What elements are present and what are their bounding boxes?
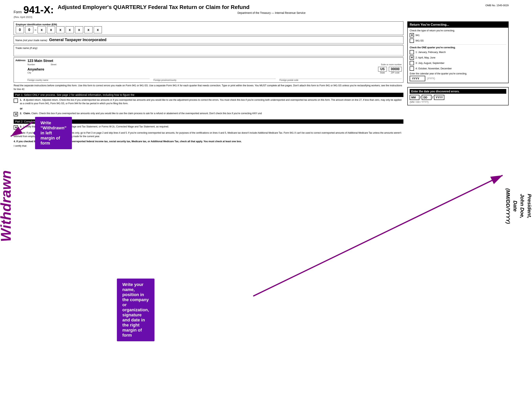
yyyy-hint: (YYYY) xyxy=(427,77,435,80)
q3-item: 3: July, August, September xyxy=(410,61,506,65)
item1-desc: djusted return. xyxy=(26,99,41,101)
tooltip-withdrawn: Write "Withdrawn" in left margin of form xyxy=(35,117,72,149)
withdrawn-watermark: Withdrawn xyxy=(0,170,14,242)
part2-item3: 3. I certify that I've filed or will fil… xyxy=(14,125,403,130)
tooltip-right-margin: Write your name, position in the company… xyxy=(117,278,154,341)
right-column: Return You're Correcting... Check the ty… xyxy=(407,21,509,408)
return-box: Return You're Correcting... Check the ty… xyxy=(407,21,509,83)
ein-digit-5[interactable]: x xyxy=(56,26,65,33)
zip-label: ZIP code xyxy=(391,71,399,74)
ein-label: Employer identification number (EIN) xyxy=(16,23,401,26)
date-hint: (MM / DD / YYYY) xyxy=(410,101,506,104)
q1-label: 1: January, February, March xyxy=(416,51,446,54)
two-column-layout: Employer identification number (EIN) 0 0… xyxy=(14,21,509,408)
return-941ss-checkbox[interactable] xyxy=(410,38,414,43)
city-value[interactable]: Anywhere xyxy=(28,67,376,71)
form-title: Adjusted Employer's QUARTERLY Federal Ta… xyxy=(58,4,485,10)
return-941-label: 941 xyxy=(416,34,420,37)
part2-header: Part 2: Complete the certifications. xyxy=(14,119,403,124)
ein-dash: – xyxy=(35,28,37,32)
yyyy-input: YYYY (YYYY) xyxy=(410,76,506,81)
trade-name-field[interactable] xyxy=(15,50,402,55)
form-number-block: Form 941-X: (Rev. April 2023) xyxy=(14,4,54,19)
city-state-zip: Anywhere City US State 00000 ZIP code xyxy=(28,67,402,74)
return-941-checkbox[interactable] xyxy=(410,33,414,38)
ein-digit-3[interactable]: x xyxy=(38,26,46,33)
item1-checkbox[interactable] xyxy=(14,99,18,103)
date-mm-field[interactable]: MM xyxy=(410,95,419,100)
return-941-item: 941 xyxy=(410,33,506,38)
calendar-year-label: Enter the calendar year of the quarter y… xyxy=(410,72,506,75)
item1-text: 1. A djusted return. Adjusted return. Ch… xyxy=(20,98,403,105)
address-section: Address 123 Main Street Number Street Su… xyxy=(14,57,403,83)
form-number: 941-X: xyxy=(23,4,54,16)
part1-item2: 2. Claim. Claim. Check this box if you o… xyxy=(14,112,403,116)
trade-name-section: Trade name (if any) xyxy=(14,45,403,56)
main-content: Form 941-X: (Rev. April 2023) Adjusted E… xyxy=(12,0,513,412)
name-field[interactable]: General Taxpayer Incorporated xyxy=(49,38,402,43)
q3-checkbox[interactable] xyxy=(410,61,414,65)
return-header: Return You're Correcting... xyxy=(408,22,508,28)
left-column: Employer identification number (EIN) 0 0… xyxy=(14,21,403,408)
ein-row: 0 0 – x x x x x x x xyxy=(16,26,401,33)
date-yyyy-field[interactable]: YYYY xyxy=(434,95,444,100)
part1-header: Part 1: Select ONLY one process. See pag… xyxy=(14,93,403,97)
ein-digit-8[interactable]: x xyxy=(84,26,93,33)
note-text: Note: Note: If you're correcting underre… xyxy=(14,131,403,138)
part2-item4: 4. If you checked line 1 because you're … xyxy=(14,140,403,148)
return-content: Check the type of return you're correcti… xyxy=(408,28,508,83)
item2-checkbox[interactable] xyxy=(14,112,18,116)
yyyy-field[interactable]: YYYY xyxy=(410,76,425,81)
right-margin-text: John Doe, President, John Doe, Date (MM/… xyxy=(504,188,532,224)
q4-checkbox[interactable] xyxy=(410,67,414,71)
address-value[interactable]: 123 Main Street xyxy=(28,59,402,63)
q4-label: 4: October, November, December xyxy=(416,67,452,70)
left-margin: Withdrawn xyxy=(0,0,12,412)
form-subtitle: Department of the Treasury — Internal Re… xyxy=(58,11,485,14)
error-date-box: Enter the date you discovered errors. MM… xyxy=(407,87,509,105)
foreign-postal-label: Foreign postal code xyxy=(280,79,402,81)
ein-digit-6[interactable]: x xyxy=(66,26,74,33)
item1-label: A xyxy=(23,99,25,101)
return-check-label: Check the type of return you're correcti… xyxy=(410,29,506,32)
form-label: Form xyxy=(14,10,22,14)
ein-digit-1[interactable]: 0 xyxy=(16,26,24,33)
address-sub-labels: Number Street Suite or room number xyxy=(28,63,402,66)
foreign-province-field[interactable] xyxy=(153,75,276,79)
state-label: State xyxy=(380,71,385,74)
city-label: City xyxy=(28,71,376,74)
date-slash-2: / xyxy=(432,96,433,99)
q1-item: 1: January, February, March xyxy=(410,50,506,54)
foreign-province-label: Foreign province/county xyxy=(153,79,276,81)
foreign-postal-field[interactable] xyxy=(280,75,402,79)
q2-checkbox[interactable] xyxy=(410,56,414,60)
name-label: Name (not your trade name) xyxy=(15,39,47,42)
q4-item: 4: October, November, December xyxy=(410,67,506,71)
date-slash-1: / xyxy=(420,96,421,99)
q1-checkbox[interactable] xyxy=(410,50,414,54)
state-value[interactable]: US xyxy=(378,67,387,71)
omb-number: OMB No. 1545-0029 xyxy=(485,4,509,7)
ein-digit-2[interactable]: 0 xyxy=(25,26,33,33)
q3-label: 3: July, August, September xyxy=(416,62,444,65)
item3-checkbox[interactable] xyxy=(14,125,18,130)
item2-text: 2. Claim. Claim. Check this box if you o… xyxy=(20,112,403,115)
calendar-year-block: Enter the calendar year of the quarter y… xyxy=(410,72,506,81)
trade-name-label: Trade name (if any) xyxy=(15,47,38,49)
foreign-country-field[interactable] xyxy=(28,75,150,79)
ein-digit-4[interactable]: x xyxy=(47,26,55,33)
form-title-block: Adjusted Employer's QUARTERLY Federal Ta… xyxy=(58,4,485,14)
return-941ss-item: 941-SS xyxy=(410,38,506,43)
state-block: US State xyxy=(378,67,387,74)
quarter-label: Check the ONE quarter you're correcting. xyxy=(410,46,506,49)
name-row: Name (not your trade name) General Taxpa… xyxy=(14,36,403,44)
return-941ss-label: 941-SS xyxy=(416,39,424,42)
q2-item: 2: April, May, June xyxy=(410,56,506,60)
ein-digit-9[interactable]: x xyxy=(94,26,102,33)
ein-digit-7[interactable]: x xyxy=(75,26,83,33)
zip-value[interactable]: 00000 xyxy=(389,67,402,71)
or-text: or xyxy=(20,107,403,110)
address-label: Address xyxy=(15,59,26,62)
date-dd-field[interactable]: DD xyxy=(422,95,431,100)
right-margin: John Doe, President, John Doe, Date (MM/… xyxy=(513,0,532,412)
